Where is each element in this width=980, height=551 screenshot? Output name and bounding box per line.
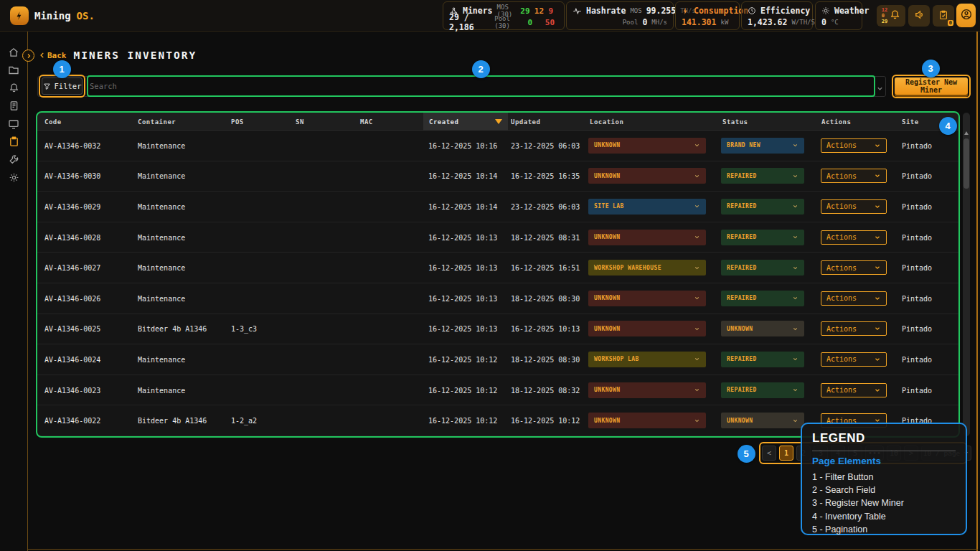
cell-code: AV-A1346-0022 — [44, 417, 100, 425]
page-header: Back MINERS INVENTORY — [39, 50, 197, 61]
table-row[interactable]: AV-A1346-0027 Maintenance 16-12-2025 10:… — [37, 253, 958, 283]
status-dropdown[interactable]: REPAIRED — [721, 260, 804, 276]
table-scrollbar[interactable] — [963, 113, 970, 436]
column-header-updated[interactable]: Updated — [511, 113, 540, 131]
actions-dropdown[interactable]: Actions — [821, 138, 887, 153]
column-header-actions[interactable]: Actions — [821, 113, 851, 131]
actions-dropdown[interactable]: Actions — [821, 291, 887, 306]
cell-updated: 18-12-2025 08:30 — [511, 355, 580, 363]
location-dropdown[interactable]: UNKNOWN — [588, 382, 706, 398]
actions-dropdown[interactable]: Actions — [821, 352, 887, 367]
column-header-mac[interactable]: MAC — [360, 113, 373, 131]
sidebar-item-tools-icon[interactable] — [0, 151, 27, 169]
table-row[interactable]: AV-A1346-0028 Maintenance 16-12-2025 10:… — [37, 222, 958, 253]
location-dropdown[interactable]: WORKSHOP LAB — [588, 352, 706, 367]
location-dropdown[interactable]: UNKNOWN — [588, 138, 706, 154]
reports-button[interactable]: 0 — [933, 5, 954, 27]
mining-os-app: Mining OS. Miners MOS (30) 29 12 9 29 / … — [0, 0, 980, 551]
cell-created: 16-12-2025 10:14 — [428, 202, 497, 210]
cell-code: AV-A1346-0027 — [44, 264, 100, 272]
status-dropdown[interactable]: UNKNOWN — [721, 321, 804, 336]
actions-dropdown[interactable]: Actions — [821, 260, 887, 275]
sidebar-item-folder-icon[interactable] — [0, 61, 27, 79]
notifications-button[interactable]: 12 0 29 — [877, 5, 905, 27]
actions-dropdown[interactable]: Actions — [821, 199, 887, 214]
sort-desc-icon — [495, 119, 502, 124]
status-dropdown[interactable]: REPAIRED — [721, 199, 804, 215]
location-dropdown[interactable]: UNKNOWN — [588, 291, 706, 306]
inventory-table: Code Container POS SN MAC Created Update… — [37, 113, 958, 436]
location-dropdown[interactable]: UNKNOWN — [588, 168, 706, 184]
table-row[interactable]: AV-A1346-0029 Maintenance 16-12-2025 10:… — [37, 192, 958, 222]
pagination-page-1[interactable]: 1 — [779, 446, 793, 461]
column-header-pos[interactable]: POS — [231, 113, 244, 131]
sidebar-item-monitor-icon[interactable] — [0, 115, 27, 133]
column-header-code[interactable]: Code — [44, 113, 62, 131]
sidebar-item-bell-icon[interactable] — [0, 79, 27, 97]
sidebar-expand-button[interactable] — [22, 50, 34, 62]
sidebar-item-gear-icon[interactable] — [0, 169, 27, 187]
column-header-status[interactable]: Status — [722, 113, 748, 131]
scrollbar-thumb[interactable] — [963, 138, 969, 189]
account-button[interactable] — [956, 4, 976, 27]
table-row[interactable]: AV-A1346-0024 Maintenance 16-12-2025 10:… — [37, 344, 958, 375]
sidebar-item-clipboard-icon[interactable] — [0, 133, 27, 151]
status-dropdown[interactable]: REPAIRED — [721, 168, 804, 184]
table-row[interactable]: AV-A1346-0032 Maintenance 16-12-2025 10:… — [37, 131, 958, 161]
chevron-down-icon — [694, 387, 700, 393]
column-header-location[interactable]: Location — [590, 113, 623, 131]
clock-icon — [748, 6, 756, 15]
cell-created: 16-12-2025 10:13 — [428, 294, 497, 302]
annotation-badge-2: 2 — [472, 60, 490, 78]
app-logo[interactable]: Mining OS. — [10, 6, 95, 25]
chevron-down-icon[interactable] — [876, 82, 884, 95]
audio-button[interactable] — [908, 5, 930, 27]
actions-dropdown[interactable]: Actions — [821, 230, 887, 245]
table-row[interactable]: AV-A1346-0023 Maintenance 16-12-2025 10:… — [37, 375, 958, 406]
chevron-down-icon — [874, 387, 881, 394]
hashrate-mos-label: MOS — [630, 7, 641, 14]
column-header-created[interactable]: Created — [423, 113, 508, 131]
actions-dropdown[interactable]: Actions — [821, 321, 887, 336]
column-header-site[interactable]: Site — [902, 113, 919, 131]
actions-dropdown[interactable]: Actions — [821, 169, 887, 183]
chevron-down-icon — [792, 265, 798, 271]
location-dropdown[interactable]: UNKNOWN — [588, 321, 706, 336]
hashrate-pool-label: Pool — [623, 19, 639, 26]
filter-button[interactable]: Filter — [42, 77, 83, 95]
table-row[interactable]: AV-A1346-0030 Maintenance 16-12-2025 10:… — [37, 161, 958, 192]
actions-dropdown[interactable]: Actions — [821, 383, 887, 397]
clipboard-check-icon — [938, 9, 948, 23]
status-dropdown[interactable]: REPAIRED — [721, 230, 804, 245]
location-dropdown[interactable]: UNKNOWN — [588, 413, 706, 428]
search-input[interactable] — [90, 77, 864, 95]
sidebar-item-file-icon[interactable] — [0, 97, 27, 115]
location-dropdown[interactable]: SITE LAB — [588, 199, 706, 215]
table-body: AV-A1346-0032 Maintenance 16-12-2025 10:… — [37, 131, 958, 436]
chevron-down-icon — [694, 326, 700, 332]
column-header-sn[interactable]: SN — [296, 113, 304, 131]
table-row[interactable]: AV-A1346-0026 Maintenance 16-12-2025 10:… — [37, 283, 958, 314]
status-dropdown[interactable]: BRAND NEW — [721, 138, 804, 154]
status-dropdown[interactable]: REPAIRED — [721, 291, 804, 306]
location-dropdown[interactable]: UNKNOWN — [588, 230, 706, 245]
hashrate-pool-unit: MH/s — [651, 19, 667, 26]
pagination-prev-button[interactable]: < — [762, 446, 776, 461]
chevron-down-icon — [792, 326, 798, 332]
back-button[interactable]: Back — [39, 51, 67, 60]
register-new-miner-button[interactable]: Register New Miner — [895, 77, 968, 95]
sun-icon — [821, 6, 830, 15]
column-header-container[interactable]: Container — [138, 113, 176, 131]
cell-updated: 18-12-2025 08:30 — [511, 294, 580, 302]
content-frame-bottom — [27, 549, 978, 550]
cell-site: Pintado — [902, 202, 932, 210]
table-row[interactable]: AV-A1346-0025 Bitdeer 4b A1346 1-3_c3 16… — [37, 314, 958, 345]
miners-warning-count: 12 — [534, 6, 545, 16]
cell-updated: 16-12-2025 10:12 — [511, 417, 580, 425]
status-dropdown[interactable]: REPAIRED — [721, 352, 804, 367]
location-dropdown[interactable]: WORKSHOP WAREHOUSE — [588, 260, 706, 276]
stat-weather: Weather 0 °C — [815, 1, 862, 30]
status-dropdown[interactable]: UNKNOWN — [721, 413, 804, 428]
cell-container: Maintenance — [138, 355, 185, 363]
status-dropdown[interactable]: REPAIRED — [721, 382, 804, 398]
